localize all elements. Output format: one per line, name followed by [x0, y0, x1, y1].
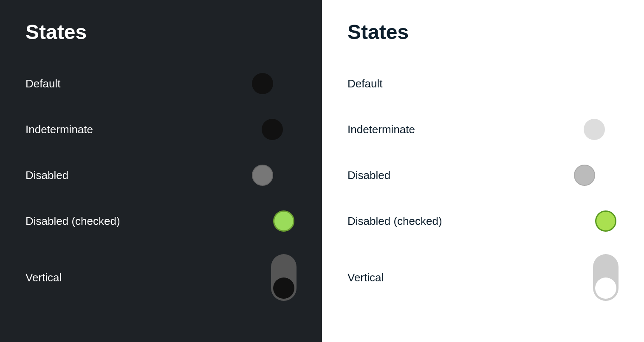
toggle-vertical-light[interactable]	[593, 254, 619, 301]
state-row-default-dark: Default	[25, 61, 297, 107]
state-label-disabled-checked-dark: Disabled (checked)	[25, 215, 120, 228]
state-label-indeterminate-dark: Indeterminate	[25, 123, 93, 136]
state-row-disabled-checked-light: Disabled (checked)	[347, 198, 619, 244]
state-label-default-light: Default	[347, 77, 382, 90]
toggle-disabled-checked-dark	[250, 208, 297, 234]
dark-panel-title: States	[25, 20, 297, 44]
state-row-default-light: Default	[347, 61, 619, 107]
toggle-disabled-light	[572, 163, 619, 188]
light-panel-title: States	[347, 20, 619, 44]
state-label-vertical-dark: Vertical	[25, 271, 62, 284]
toggle-disabled-checked-light	[572, 208, 619, 234]
toggle-indeterminate-dark[interactable]	[250, 117, 297, 142]
dark-panel: States Default Indeterminate Disabled Di…	[0, 0, 322, 342]
toggle-vertical-dark[interactable]	[271, 254, 297, 301]
state-label-default-dark: Default	[25, 77, 60, 90]
state-row-vertical-dark: Vertical	[25, 244, 297, 311]
toggle-default-light[interactable]	[572, 71, 619, 96]
state-row-disabled-checked-dark: Disabled (checked)	[25, 198, 297, 244]
light-panel: States Default Indeterminate Disabled Di…	[322, 0, 644, 342]
state-label-vertical-light: Vertical	[347, 271, 384, 284]
state-label-disabled-dark: Disabled	[25, 169, 68, 182]
state-row-vertical-light: Vertical	[347, 244, 619, 311]
state-row-disabled-dark: Disabled	[25, 152, 297, 198]
state-label-disabled-checked-light: Disabled (checked)	[347, 215, 442, 228]
state-row-indeterminate-light: Indeterminate	[347, 107, 619, 152]
toggle-disabled-dark	[250, 163, 297, 188]
state-label-disabled-light: Disabled	[347, 169, 390, 182]
state-label-indeterminate-light: Indeterminate	[347, 123, 415, 136]
toggle-indeterminate-light[interactable]	[572, 117, 619, 142]
state-row-disabled-light: Disabled	[347, 152, 619, 198]
toggle-default-dark[interactable]	[250, 71, 297, 96]
state-row-indeterminate-dark: Indeterminate	[25, 107, 297, 152]
